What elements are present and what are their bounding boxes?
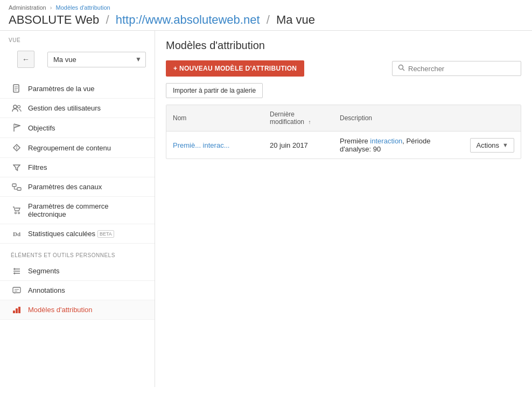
sidebar-item-label: Paramètres de commerce électronique — [28, 202, 146, 218]
data-table: Nom Dernière modification ↑ Description … — [166, 105, 521, 159]
sidebar-item-modeles-attribution[interactable]: Modèles d'attribution — [0, 300, 155, 320]
sidebar-item-label: Modèles d'attribution — [28, 306, 93, 314]
sidebar-item-label: Filtres — [28, 163, 47, 171]
segments-icon — [11, 267, 23, 275]
col-header-date[interactable]: Dernière modification ↑ — [263, 105, 333, 132]
title-view: Ma vue — [276, 13, 315, 26]
svg-rect-25 — [18, 307, 20, 313]
back-button[interactable]: ← — [17, 51, 34, 68]
users-icon — [11, 105, 23, 112]
sidebar-item-label: Annotations — [28, 286, 65, 294]
sidebar-nav: Paramètres de la vue Gestion des utilisa… — [0, 79, 155, 320]
back-icon: ← — [22, 55, 30, 64]
actions-button[interactable]: Actions ▼ — [470, 138, 514, 153]
sidebar-item-commerce[interactable]: Paramètres de commerce électronique — [0, 197, 155, 224]
sidebar-item-label: Regroupement de contenu — [28, 144, 111, 152]
sidebar-item-label: Paramètres de la vue — [28, 85, 95, 93]
flag-icon — [11, 123, 23, 132]
svg-rect-10 — [17, 188, 21, 190]
model-name-link[interactable]: Premiè... interac... — [173, 141, 229, 149]
vue-select[interactable]: Ma vue — [47, 52, 146, 67]
breadcrumb-current: Modèles d'attribution — [56, 4, 110, 11]
content-group-icon — [11, 143, 23, 152]
svg-point-5 — [18, 105, 20, 108]
sidebar-item-label: Statistiques calculées — [28, 230, 95, 238]
title-separator-2: / — [267, 13, 270, 26]
import-gallery-button[interactable]: Importer à partir de la galerie — [166, 83, 263, 98]
sidebar-item-label: Segments — [28, 267, 60, 275]
cell-description: Première interaction, Période d'analyse:… — [333, 132, 451, 159]
search-box — [392, 61, 521, 76]
cell-actions: Actions ▼ — [451, 132, 521, 159]
sidebar-item-objectifs[interactable]: Objectifs — [0, 118, 155, 138]
header: Administration › Modèles d'attribution A… — [0, 0, 532, 31]
cell-date: 20 juin 2017 — [263, 132, 333, 159]
new-model-button[interactable]: + NOUVEAU MODÈLE D'ATTRIBUTION — [166, 60, 304, 77]
beta-badge: BETA — [97, 230, 114, 238]
sidebar-item-filtres[interactable]: Filtres — [0, 158, 155, 177]
table-row: Premiè... interac... 20 juin 2017 Premiè… — [166, 132, 521, 159]
search-input[interactable] — [408, 65, 515, 73]
search-icon — [398, 64, 405, 73]
col-header-description: Description — [333, 105, 451, 132]
channels-icon — [11, 183, 23, 191]
ecommerce-icon — [11, 206, 23, 214]
sidebar: VUE ← Ma vue ▼ Paramètres de la vue — [0, 31, 155, 387]
table-header-row: Nom Dernière modification ↑ Description — [166, 105, 521, 132]
annotations-icon — [11, 287, 23, 294]
svg-line-27 — [403, 69, 405, 71]
svg-rect-24 — [16, 308, 18, 313]
breadcrumb: Administration › Modèles d'attribution — [9, 4, 523, 11]
sidebar-item-label: Gestion des utilisateurs — [28, 104, 101, 112]
svg-rect-9 — [12, 184, 16, 187]
toolbar: + NOUVEAU MODÈLE D'ATTRIBUTION — [166, 60, 521, 77]
cell-name: Premiè... interac... — [166, 132, 263, 159]
breadcrumb-parent[interactable]: Administration — [9, 4, 46, 11]
layout: VUE ← Ma vue ▼ Paramètres de la vue — [0, 31, 532, 387]
sidebar-item-gestion-utilisateurs[interactable]: Gestion des utilisateurs — [0, 99, 155, 118]
sidebar-item-label: Paramètres des canaux — [28, 183, 102, 191]
vue-label: VUE — [9, 37, 146, 43]
dd-icon: Dd — [11, 231, 23, 237]
site-name: ABSOLUTE Web — [9, 13, 99, 26]
actions-label: Actions — [476, 141, 499, 149]
sidebar-item-canaux[interactable]: Paramètres des canaux — [0, 177, 155, 197]
col-header-actions — [451, 105, 521, 132]
svg-point-26 — [399, 65, 403, 70]
breadcrumb-separator: › — [50, 4, 52, 11]
attribution-icon — [11, 306, 23, 314]
main-title: Modèles d'attribution — [166, 39, 521, 52]
sidebar-item-segments[interactable]: Segments — [0, 261, 155, 281]
col-header-name: Nom — [166, 105, 263, 132]
file-icon — [11, 84, 23, 93]
page-title: ABSOLUTE Web / http://www.absoluteweb.ne… — [9, 13, 523, 27]
sidebar-item-regroupement[interactable]: Regroupement de contenu — [0, 138, 155, 158]
description-highlight: interaction — [370, 137, 402, 145]
svg-point-8 — [16, 148, 17, 149]
vue-section: VUE ← Ma vue ▼ — [0, 31, 155, 77]
svg-point-13 — [15, 212, 17, 214]
attribution-table: Nom Dernière modification ↑ Description … — [166, 105, 521, 158]
section-title-personal: ÉLÉMENTS ET OUTILS PERSONNELS — [0, 244, 155, 261]
dropdown-arrow-icon: ▼ — [502, 142, 508, 148]
sidebar-item-parametres-vue[interactable]: Paramètres de la vue — [0, 79, 155, 99]
svg-point-4 — [13, 105, 17, 108]
sort-arrow-icon: ↑ — [308, 119, 311, 125]
site-url: http://www.absoluteweb.net — [116, 13, 260, 26]
svg-rect-20 — [13, 287, 20, 293]
title-separator-1: / — [106, 13, 109, 26]
svg-point-14 — [18, 212, 20, 214]
sidebar-item-statistiques[interactable]: Dd Statistiques calculées BETA — [0, 224, 155, 244]
svg-rect-23 — [13, 311, 15, 313]
table-body: Premiè... interac... 20 juin 2017 Premiè… — [166, 132, 521, 159]
sidebar-item-annotations[interactable]: Annotations — [0, 281, 155, 300]
main-content: Modèles d'attribution + NOUVEAU MODÈLE D… — [155, 31, 532, 387]
filter-icon — [11, 164, 23, 171]
sidebar-item-label: Objectifs — [28, 124, 55, 132]
